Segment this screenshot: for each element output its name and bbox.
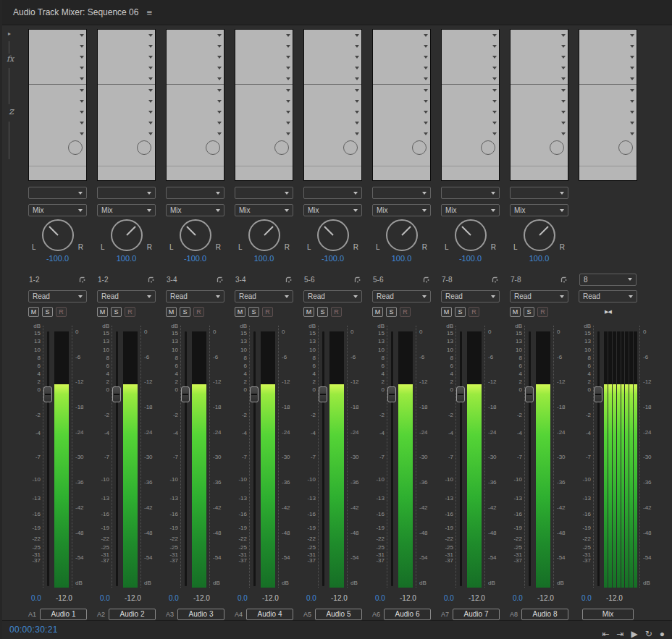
solo-button[interactable]: S bbox=[317, 307, 328, 317]
solo-button[interactable]: S bbox=[180, 307, 190, 317]
solo-button[interactable]: S bbox=[455, 307, 466, 317]
fx-slot[interactable] bbox=[98, 117, 155, 128]
fx-slot[interactable] bbox=[579, 51, 637, 62]
pan-knob[interactable] bbox=[248, 219, 280, 251]
track-name-field[interactable]: Audio 3 bbox=[177, 609, 224, 620]
fader-handle[interactable] bbox=[319, 386, 327, 402]
fx-slot[interactable] bbox=[579, 62, 637, 73]
fx-slot[interactable] bbox=[235, 41, 293, 51]
track-output-dropdown[interactable]: Mix bbox=[303, 204, 362, 216]
fx-slot[interactable] bbox=[235, 51, 293, 62]
fader-handle[interactable] bbox=[387, 386, 396, 402]
pan-knob[interactable] bbox=[42, 219, 74, 251]
fx-slot[interactable] bbox=[373, 62, 430, 73]
mute-button[interactable]: M bbox=[441, 307, 452, 317]
track-name-field[interactable]: Mix bbox=[582, 609, 634, 620]
fx-slot[interactable] bbox=[98, 85, 155, 96]
fx-slot[interactable] bbox=[579, 106, 637, 117]
fx-slot[interactable] bbox=[373, 117, 430, 128]
fader-value[interactable]: 0.0 bbox=[581, 594, 597, 602]
fx-slot[interactable] bbox=[304, 85, 361, 96]
fader-value[interactable]: 0.0 bbox=[31, 594, 47, 602]
fx-slot[interactable] bbox=[98, 128, 155, 139]
track-name-field[interactable]: Audio 6 bbox=[384, 609, 431, 620]
record-arm-button[interactable]: R bbox=[125, 307, 135, 317]
send-assignment-dropdown[interactable] bbox=[97, 187, 156, 199]
fx-slot[interactable] bbox=[29, 73, 86, 84]
fader-track[interactable] bbox=[253, 331, 256, 586]
fx-slot[interactable] bbox=[442, 73, 499, 84]
send-assignment-dropdown[interactable] bbox=[28, 187, 87, 199]
fx-slot[interactable] bbox=[304, 96, 361, 106]
fader-track[interactable] bbox=[529, 331, 531, 586]
fx-slot[interactable] bbox=[579, 30, 637, 41]
automation-mode-dropdown[interactable]: Read bbox=[28, 290, 87, 302]
automation-mode-dropdown[interactable]: Read bbox=[579, 290, 637, 302]
fx-slot[interactable] bbox=[29, 62, 86, 73]
fx-slot[interactable] bbox=[373, 85, 430, 96]
pan-value[interactable]: 100.0 bbox=[372, 254, 431, 263]
fx-slot[interactable] bbox=[235, 30, 293, 41]
automation-mode-dropdown[interactable]: Read bbox=[166, 290, 224, 302]
fx-slot[interactable] bbox=[373, 128, 430, 139]
fx-slot[interactable] bbox=[442, 62, 499, 73]
send-assignment-dropdown[interactable] bbox=[235, 187, 293, 199]
fx-slot[interactable] bbox=[442, 96, 499, 106]
fx-slot[interactable] bbox=[511, 117, 568, 128]
fx-slot[interactable] bbox=[511, 85, 568, 96]
fx-slot[interactable] bbox=[442, 117, 499, 128]
send-assignment-dropdown[interactable] bbox=[510, 187, 568, 199]
fx-slot[interactable] bbox=[511, 73, 568, 84]
fx-slot[interactable] bbox=[167, 117, 224, 128]
fx-slot[interactable] bbox=[511, 128, 568, 139]
fx-slot[interactable] bbox=[442, 85, 499, 96]
fader-track[interactable] bbox=[185, 331, 187, 586]
track-output-dropdown[interactable]: Mix bbox=[235, 204, 293, 216]
mute-button[interactable]: M bbox=[166, 307, 177, 317]
track-name-field[interactable]: Audio 5 bbox=[315, 609, 362, 620]
fx-slot[interactable] bbox=[235, 106, 293, 117]
fx-slot[interactable] bbox=[304, 117, 361, 128]
fx-slot[interactable] bbox=[98, 106, 155, 117]
fx-slot[interactable] bbox=[167, 96, 224, 106]
fx-slot[interactable] bbox=[167, 85, 224, 96]
downmix-icon[interactable]: ▶◀ bbox=[605, 309, 611, 315]
record-arm-button[interactable]: R bbox=[56, 307, 67, 317]
track-output-dropdown[interactable]: Mix bbox=[510, 204, 568, 216]
fx-slot[interactable] bbox=[442, 128, 499, 139]
record-arm-button[interactable]: R bbox=[400, 307, 411, 317]
fx-slot[interactable] bbox=[579, 117, 637, 128]
fx-slot[interactable] bbox=[98, 30, 155, 41]
fx-slot[interactable] bbox=[304, 73, 361, 84]
solo-button[interactable]: S bbox=[524, 307, 534, 317]
fader-value[interactable]: 0.0 bbox=[513, 594, 529, 602]
send-assignment-dropdown[interactable] bbox=[166, 187, 224, 199]
pan-value[interactable]: -100.0 bbox=[166, 254, 224, 263]
fader-value[interactable]: 0.0 bbox=[169, 594, 185, 602]
fader-handle[interactable] bbox=[43, 386, 52, 402]
pan-knob[interactable] bbox=[386, 219, 418, 251]
solo-button[interactable]: S bbox=[386, 307, 397, 317]
fx-slot[interactable] bbox=[373, 73, 430, 84]
mute-button[interactable]: M bbox=[372, 307, 383, 317]
track-name-field[interactable]: Audio 2 bbox=[109, 609, 156, 620]
direct-output-icon[interactable] bbox=[491, 276, 499, 284]
fx-slot[interactable] bbox=[442, 51, 499, 62]
fx-slot[interactable] bbox=[304, 128, 361, 139]
track-name-field[interactable]: Audio 1 bbox=[40, 609, 87, 620]
direct-output-icon[interactable] bbox=[422, 276, 430, 284]
pan-value[interactable]: 100.0 bbox=[235, 254, 293, 263]
fx-slot[interactable] bbox=[98, 62, 155, 73]
fx-slot[interactable] bbox=[167, 106, 224, 117]
fx-slot[interactable] bbox=[29, 128, 86, 139]
pan-value[interactable]: -100.0 bbox=[303, 254, 362, 263]
fx-slot[interactable] bbox=[442, 41, 499, 51]
solo-button[interactable]: S bbox=[111, 307, 122, 317]
automation-mode-dropdown[interactable]: Read bbox=[510, 290, 568, 302]
fx-slot[interactable] bbox=[29, 106, 86, 117]
fx-slot[interactable] bbox=[167, 128, 224, 139]
loop-icon[interactable]: ↻ bbox=[645, 630, 652, 638]
mute-button[interactable]: M bbox=[510, 307, 521, 317]
fx-slot[interactable] bbox=[579, 73, 637, 84]
record-arm-button[interactable]: R bbox=[537, 307, 548, 317]
